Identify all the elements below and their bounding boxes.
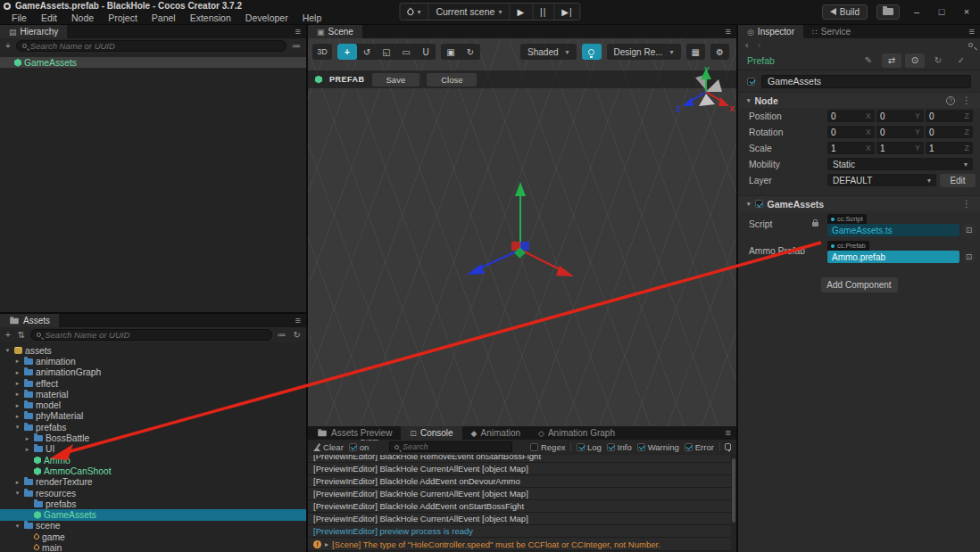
component-section-header[interactable]: ▾ GameAssets ⋮ [738, 195, 980, 211]
console-log-log[interactable]: [PreviewInEditor] BlackHole CurrentAllEv… [308, 488, 731, 500]
regex-checkbox[interactable]: Regex [530, 442, 565, 452]
tab-inspector[interactable]: ◎ Inspector [738, 25, 803, 38]
expand-icon[interactable]: ▸ [13, 358, 21, 365]
tree-item-gameassets[interactable]: GameAssets [0, 509, 306, 520]
tree-item-prefabs[interactable]: prefabs [0, 498, 306, 509]
assets-search[interactable] [30, 329, 271, 341]
panel-menu-icon[interactable]: ≡ [726, 26, 731, 37]
tab-animation-graph[interactable]: ◇ Animation Graph [529, 426, 624, 440]
tree-item-material[interactable]: ▸material [0, 389, 306, 400]
tree-item-assets[interactable]: ▾assets [0, 345, 306, 356]
rotate-tool-button[interactable]: ↺ [357, 44, 377, 60]
expand-icon[interactable]: ▸ [13, 413, 21, 420]
tree-item-gameassets[interactable]: GameAssets [0, 57, 306, 68]
collapse-icon[interactable]: ▾ [13, 523, 21, 530]
console-search-input[interactable] [403, 442, 507, 451]
refresh-assets-icon[interactable]: ↻ [292, 330, 303, 340]
scale-y-field[interactable]: 1Y [876, 142, 924, 154]
log-detail-icon[interactable] [725, 443, 731, 450]
shading-mode-select[interactable]: Shaded ▾ [520, 44, 577, 60]
preview-platform-select[interactable]: ▾ [400, 4, 428, 20]
expand-icon[interactable]: ▸ [13, 391, 21, 398]
create-asset-button[interactable]: + [4, 330, 12, 340]
rect-tool-button[interactable]: ▭ [396, 44, 416, 60]
component-menu-icon[interactable]: ⋮ [962, 199, 971, 209]
console-log-log[interactable]: [PreviewInEditor] BlackHole CurrentAllEv… [308, 513, 731, 525]
tree-item-animationgraph[interactable]: ▸animationGraph [0, 367, 306, 378]
menu-item-panel[interactable]: Panel [145, 12, 182, 23]
camera-settings-button[interactable]: ▦ [686, 44, 705, 60]
console-log-log[interactable]: [PreviewInEditor] BlackHole AddEvent onD… [308, 475, 731, 488]
hierarchy-search[interactable] [16, 40, 287, 52]
filter-list-icon[interactable]: ≔ [276, 330, 288, 340]
tree-item-rendertexture[interactable]: ▸renderTexture [0, 477, 306, 488]
rotation-z-field[interactable]: 0Z [926, 126, 973, 138]
menu-item-file[interactable]: File [5, 12, 33, 23]
expand-icon[interactable]: ▸ [23, 446, 31, 453]
maximize-button[interactable]: □ [934, 6, 950, 17]
tree-item-scene[interactable]: ▾scene [0, 521, 306, 531]
panel-menu-icon[interactable]: ≡ [295, 26, 301, 37]
info-filter-checkbox[interactable]: Info [607, 442, 632, 452]
console-search[interactable] [389, 441, 512, 452]
tab-assets[interactable]: Assets [0, 314, 59, 327]
panel-menu-icon[interactable]: ≡ [969, 26, 975, 37]
node-name-input[interactable] [761, 75, 971, 88]
tab-scene[interactable]: ▣ Scene [308, 25, 362, 38]
pivot-toggle-button[interactable]: ▣ [441, 44, 461, 60]
sort-assets-icon[interactable]: ⇅ [16, 330, 27, 340]
error-filter-checkbox[interactable]: Error [685, 442, 714, 452]
expand-icon[interactable]: ▸ [13, 380, 21, 387]
collapse-icon[interactable]: ▾ [4, 347, 12, 354]
ammo-prefab-asset-field[interactable]: Ammo.prefab [827, 251, 959, 263]
tab-console[interactable]: ⊡ Console [401, 426, 461, 440]
move-tool-button[interactable]: + [337, 44, 357, 60]
panel-menu-icon[interactable]: ≡ [295, 315, 301, 325]
console-log-warning[interactable]: !▸[Scene] The type of "HoleController.sp… [308, 538, 731, 551]
menu-item-extension[interactable]: Extension [184, 12, 237, 23]
position-x-field[interactable]: 0X [827, 110, 875, 122]
tree-item-animation[interactable]: ▸animation [0, 356, 306, 367]
restore-prefab-button[interactable]: ↻ [928, 54, 948, 68]
tab-service[interactable]: ∷ Service [803, 25, 860, 38]
create-node-button[interactable]: + [4, 41, 12, 51]
console-log-info[interactable]: [PreviewInEditor] preview process is rea… [308, 525, 731, 538]
expand-icon[interactable]: ▸ [23, 435, 31, 442]
assets-search-input[interactable] [45, 330, 265, 340]
node-active-checkbox[interactable] [747, 78, 755, 86]
step-button[interactable]: ▶| [554, 4, 579, 20]
rotation-y-field[interactable]: 0Y [876, 126, 924, 138]
rotation-x-field[interactable]: 0X [827, 126, 875, 138]
script-asset-field[interactable]: GameAssets.ts [827, 224, 959, 236]
navigation-gizmo[interactable]: Y X Z [672, 63, 736, 120]
collapse-icon[interactable]: ▾ [13, 490, 21, 497]
tree-item-phymaterial[interactable]: ▸phyMaterial [0, 411, 306, 422]
apply-prefab-button[interactable]: ✓ [951, 54, 971, 68]
menu-item-help[interactable]: Help [296, 12, 328, 23]
hierarchy-search-input[interactable] [30, 41, 280, 51]
expand-icon[interactable]: ▸ [325, 540, 328, 548]
console-scrollbar[interactable] [732, 458, 735, 523]
history-forward-button[interactable]: › [758, 39, 761, 50]
panel-menu-icon[interactable]: ≡ [726, 427, 731, 438]
scene-viewport[interactable]: 3D + ↺ ◱ ▭ U ▣ ↻ Shaded ▾ [308, 38, 736, 426]
edit-prefab-button[interactable]: ✎ [859, 54, 878, 68]
add-component-button[interactable]: Add Component [821, 277, 898, 292]
transform-gizmo[interactable] [449, 168, 601, 284]
menu-item-project[interactable]: Project [102, 12, 144, 23]
build-button[interactable]: Build [822, 4, 868, 20]
pin-icon[interactable] [968, 43, 973, 47]
tab-hierarchy[interactable]: ▤ Hierarchy [0, 25, 67, 38]
warning-filter-checkbox[interactable]: Warning [637, 442, 679, 452]
tree-item-main[interactable]: main [0, 542, 306, 552]
prefab-save-button[interactable]: Save [372, 73, 420, 87]
close-button[interactable]: × [959, 6, 975, 17]
menu-item-node[interactable]: Node [65, 12, 100, 23]
clear-button[interactable]: Clear [323, 442, 344, 452]
console-log-log[interactable]: [PreviewInEditor] BlackHole RemoveEvent … [308, 455, 731, 463]
expand-icon[interactable]: ▸ [13, 402, 21, 409]
scale-x-field[interactable]: 1X [827, 142, 875, 154]
expand-icon[interactable]: ▸ [13, 369, 21, 376]
prefab-close-button[interactable]: Close [427, 73, 477, 87]
open-project-folder-button[interactable] [876, 4, 900, 20]
